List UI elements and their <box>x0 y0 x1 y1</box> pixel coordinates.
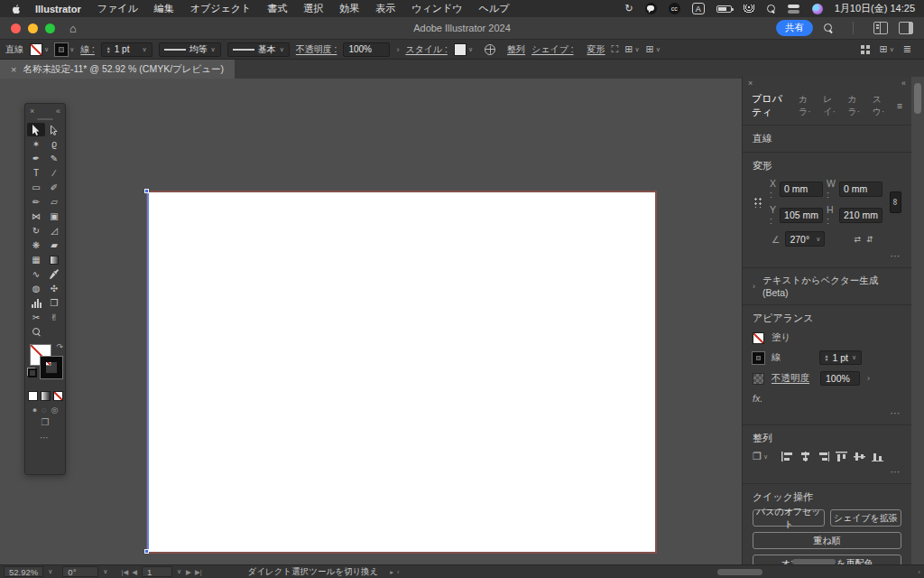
style-label[interactable]: スタイル : <box>405 43 448 56</box>
panel-menu-icon[interactable]: ≡ <box>897 100 902 111</box>
zoom-level-field[interactable]: 52.92% <box>4 566 43 577</box>
zoom-level-value[interactable]: 52.92% <box>9 567 38 577</box>
swap-fill-stroke-icon[interactable]: ↷ <box>56 342 63 351</box>
expand-shape-button[interactable]: シェイプを拡張 <box>830 509 902 527</box>
reference-point-locator[interactable] <box>753 196 762 208</box>
stroke-color-well[interactable] <box>41 357 62 378</box>
menu-window[interactable]: ウィンドウ <box>403 2 470 15</box>
tools-collapse-icon[interactable]: « <box>56 107 60 116</box>
sync-status-icon[interactable]: ↻ <box>625 3 633 14</box>
flip-vertical-icon[interactable]: ⇵ <box>866 235 873 244</box>
isolate-dropdown-icon[interactable]: ∨ <box>634 46 639 53</box>
window-minimize-button[interactable] <box>28 23 38 33</box>
gradient-tool[interactable] <box>45 253 63 266</box>
flip-horizontal-icon[interactable]: ⇄ <box>854 235 861 244</box>
angle-field[interactable]: 270° ∨ <box>785 231 825 247</box>
first-artboard-icon[interactable]: |◀ <box>121 568 128 576</box>
line-app-icon[interactable] <box>645 3 657 14</box>
document-tab[interactable]: × 名称未設定-11* @ 52.92 % (CMYK/プレビュー) <box>0 60 235 79</box>
artboard-dropdown-icon[interactable]: ∨ <box>177 568 181 575</box>
wifi-icon[interactable] <box>744 5 755 13</box>
fx-button[interactable]: fx. <box>753 393 901 404</box>
zoom-tool[interactable] <box>27 325 45 339</box>
artboard[interactable] <box>146 191 657 554</box>
horizontal-scrollbar-thumb[interactable] <box>717 569 762 575</box>
w-field[interactable]: 0 mm <box>839 182 882 197</box>
workspace-switcher-icon[interactable] <box>899 22 913 34</box>
default-fill-stroke-icon[interactable] <box>27 368 35 376</box>
window-zoom-button[interactable] <box>45 23 55 33</box>
symbol-sprayer-tool[interactable]: ❋ <box>27 238 45 252</box>
status-back-icon[interactable]: ‹ <box>397 568 400 576</box>
style-swatch[interactable] <box>454 43 467 56</box>
tab-layers[interactable]: レイ· <box>823 93 839 118</box>
last-artboard-icon[interactable]: ▶| <box>195 568 202 576</box>
x-field[interactable]: 0 mm <box>780 182 823 197</box>
fill-swatch[interactable] <box>30 43 42 56</box>
align-vertical-center-icon[interactable] <box>854 452 865 461</box>
angle-dropdown-icon[interactable]: ∨ <box>816 236 820 243</box>
tab-properties[interactable]: プロパティ <box>752 92 790 119</box>
stroke-dropdown-icon[interactable]: ∨ <box>69 46 74 53</box>
menu-type[interactable]: 書式 <box>259 2 295 15</box>
shear-tool[interactable]: ▰ <box>45 238 63 252</box>
arrange-button[interactable]: 重ね順 <box>753 532 901 549</box>
expand-icon[interactable]: › <box>753 282 755 291</box>
menu-file[interactable]: ファイル <box>89 2 146 15</box>
align-left-icon[interactable] <box>781 452 793 461</box>
hand-tool[interactable]: ✌ <box>45 311 63 324</box>
align-more-options[interactable]: ⋯ <box>753 466 901 477</box>
puppet-warp-tool[interactable]: ▣ <box>45 210 63 223</box>
tools-drag-grip[interactable] <box>37 118 53 120</box>
menu-help[interactable]: ヘルプ <box>471 2 518 15</box>
slice-tool[interactable]: ✂ <box>27 311 45 324</box>
appearance-opacity-value[interactable]: 100% <box>826 373 850 384</box>
previous-artboard-icon[interactable]: ◀ <box>132 568 137 576</box>
rotation-field[interactable]: 0° <box>62 566 98 577</box>
rotation-dropdown-icon[interactable]: ∨ <box>103 568 107 575</box>
tab-color-guide[interactable]: カラ· <box>847 93 864 118</box>
anchor-point-top[interactable] <box>144 189 149 193</box>
rectangle-tool[interactable]: ▭ <box>27 181 45 194</box>
direct-selection-tool[interactable] <box>45 123 63 136</box>
draw-behind-icon[interactable]: ◌ <box>42 406 46 415</box>
appearance-stroke-weight-value[interactable]: 1 pt <box>832 352 848 363</box>
status-play-icon[interactable]: ▸ <box>390 568 393 576</box>
home-icon[interactable]: ⌂ <box>69 22 77 35</box>
align-to-icon[interactable]: ❐ <box>753 451 762 462</box>
width-profile-field[interactable]: 基本 ∨ <box>227 42 290 57</box>
window-close-button[interactable] <box>11 23 21 33</box>
width-profile-value[interactable]: 基本 <box>258 43 276 56</box>
appearance-fill-swatch[interactable] <box>753 332 764 344</box>
h-field[interactable]: 210 mm <box>839 208 882 223</box>
screen-mode-icon[interactable]: ❐ <box>25 417 65 427</box>
brush-definition-field[interactable]: 均等 ∨ <box>159 42 221 57</box>
stroke-label[interactable]: 線 : <box>80 43 95 56</box>
reflect-tool[interactable]: ⋈ <box>27 210 45 223</box>
stepper-icon[interactable]: ▲▼ <box>106 46 111 53</box>
menu-illustrator[interactable]: Illustrator <box>27 4 89 14</box>
apple-menu-icon[interactable] <box>11 4 22 14</box>
tools-close-icon[interactable]: × <box>30 107 34 116</box>
pencil-tool[interactable]: ✏ <box>27 195 45 209</box>
none-button[interactable] <box>53 391 63 401</box>
align-top-icon[interactable] <box>836 452 847 461</box>
menu-effect[interactable]: 効果 <box>331 2 367 15</box>
stroke-swatch[interactable] <box>55 43 68 56</box>
constrain-proportions-icon[interactable]: ∞ <box>890 191 901 213</box>
width-tool[interactable]: ∿ <box>27 267 45 281</box>
artboard-tool[interactable]: ❐ <box>45 296 63 310</box>
rotation-value[interactable]: 0° <box>68 567 76 577</box>
creative-cloud-icon[interactable] <box>669 3 680 14</box>
angle-value[interactable]: 270° <box>790 234 809 245</box>
tab-color[interactable]: カラ· <box>799 93 815 118</box>
graph-tool[interactable] <box>27 296 45 310</box>
fill-dropdown-icon[interactable]: ∨ <box>44 46 49 53</box>
appearance-opacity-swatch[interactable] <box>753 373 764 385</box>
rotate-tool[interactable]: ↻ <box>27 224 45 238</box>
draw-normal-icon[interactable]: ● <box>32 406 37 415</box>
align-to-dropdown-icon[interactable]: ∨ <box>763 453 768 461</box>
anchor-point-bottom[interactable] <box>144 549 149 554</box>
panel-scrollbar-track[interactable] <box>911 77 924 564</box>
align-bottom-icon[interactable] <box>872 452 883 461</box>
